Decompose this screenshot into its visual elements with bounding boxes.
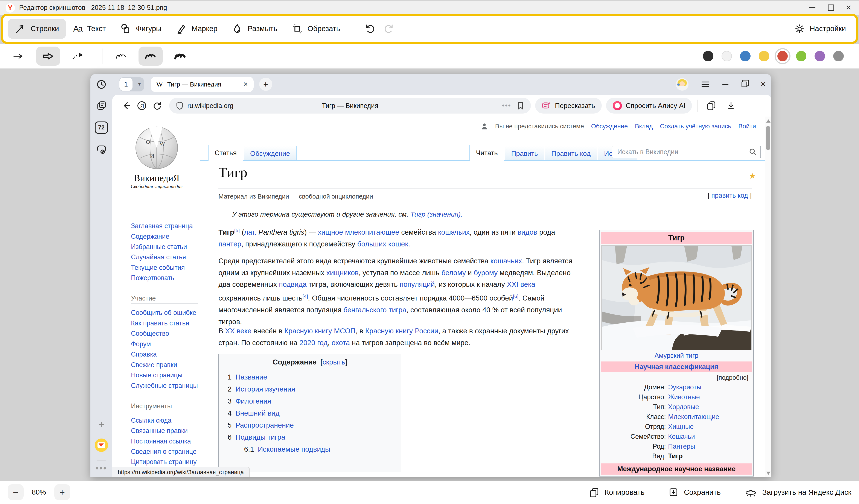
wikipedia-logo[interactable]: Ω W И ВикипедиЯ Свободная энциклопедия <box>112 123 201 189</box>
tabs-panel-icon[interactable] <box>95 99 108 112</box>
color-swatch-black[interactable] <box>703 51 713 61</box>
wiki-link[interactable]: охота <box>332 339 350 347</box>
color-swatch-yellow[interactable] <box>759 51 769 61</box>
tab-counter[interactable]: 1 ▼ <box>119 77 144 91</box>
sidebar-link[interactable]: Сведения о странице <box>131 446 198 457</box>
marker-width-medium[interactable] <box>138 47 163 66</box>
wiki-link[interactable]: кошачьих <box>438 228 470 236</box>
tool-blur[interactable]: Размыть <box>225 19 285 39</box>
sidebar-link[interactable]: Случайная статья <box>131 252 198 262</box>
wiki-link[interactable]: популяций <box>400 280 435 288</box>
browser-minimize-button[interactable] <box>722 84 728 85</box>
toc-link[interactable]: История изучения <box>235 385 295 393</box>
wiki-link[interactable]: [6] <box>513 293 518 299</box>
wiki-search-box[interactable] <box>612 146 761 158</box>
sidebar-link[interactable]: Заглавная страница <box>131 221 198 231</box>
color-swatch-green[interactable] <box>796 51 807 61</box>
sidebar-link[interactable]: Справка <box>131 349 198 359</box>
sidebar-link[interactable]: Содержание <box>131 231 198 242</box>
taxobox-caption-link[interactable]: Амурский тигр <box>601 350 752 362</box>
color-swatch-gray[interactable] <box>833 51 844 61</box>
toc-link[interactable]: Подвиды тигра <box>235 433 285 441</box>
sidebar-link[interactable]: Ссылки сюда <box>131 415 198 425</box>
taxonomy-value-link[interactable]: Хордовые <box>668 402 752 412</box>
sidebar-link[interactable]: Свежие правки <box>131 360 198 370</box>
sidebar-link[interactable]: Новые страницы <box>131 370 198 380</box>
scroll-down-arrow[interactable] <box>766 472 770 475</box>
user-link[interactable]: Создать учётную запись <box>660 123 731 130</box>
sidebar-add-icon[interactable]: + <box>95 418 108 431</box>
sidebar-link[interactable]: Пожертвовать <box>131 273 198 283</box>
sidebar-link[interactable]: Сообщество <box>131 328 198 338</box>
scrollbar-thumb[interactable] <box>766 126 770 150</box>
search-icon[interactable] <box>749 148 757 156</box>
wiki-link[interactable]: [4] <box>303 293 308 299</box>
history-clock-icon[interactable] <box>95 78 108 91</box>
taxonomy-value-link[interactable]: Эукариоты <box>668 382 752 392</box>
sidebar-link[interactable]: Текущие события <box>131 262 198 273</box>
tool-shapes[interactable]: Фигуры <box>113 19 169 39</box>
tool-arrows[interactable]: Стрелки <box>8 19 66 39</box>
featured-star-icon[interactable]: ★ <box>749 171 756 181</box>
sidebar-link[interactable]: Цитировать страницу <box>131 457 198 467</box>
zoom-out-button[interactable]: − <box>8 484 24 500</box>
download-icon[interactable] <box>723 98 739 113</box>
browser-tab-active[interactable]: W Тигр — Википедия ✕ <box>151 77 254 92</box>
screenshot-tool-icon[interactable] <box>95 143 108 156</box>
toc-link[interactable]: Внешний вид <box>235 409 280 417</box>
wiki-link[interactable]: белому <box>441 269 466 277</box>
tab-close-icon[interactable]: ✕ <box>243 81 248 88</box>
browser-close-button[interactable]: ✕ <box>760 80 766 88</box>
toc-hide-link[interactable]: скрыть <box>322 358 345 366</box>
wiki-link[interactable]: хищников <box>327 269 359 277</box>
wiki-link[interactable]: хищное млекопитающее <box>318 228 399 236</box>
wiki-link[interactable]: кошачьих <box>491 257 522 265</box>
upload-to-disk-button[interactable]: Загрузить на Яндекс Диск <box>745 487 851 497</box>
yandex-search-icon[interactable]: Я <box>134 98 149 113</box>
tiger-photo[interactable] <box>601 245 752 350</box>
scroll-up-arrow[interactable] <box>766 119 770 123</box>
window-minimize-button[interactable] <box>804 1 821 14</box>
sidebar-link[interactable]: Форум <box>131 339 198 349</box>
undo-button[interactable] <box>361 19 380 38</box>
arrow-style-dashed[interactable] <box>66 47 90 66</box>
ask-alice-button[interactable]: Спросить Алису AI <box>606 98 692 113</box>
wiki-link[interactable]: подвида <box>279 280 307 288</box>
tool-crop[interactable]: Обрезать <box>285 19 347 39</box>
sidebar-link[interactable]: Служебные страницы <box>131 380 198 391</box>
taxonomy-value-link[interactable]: Кошачьи <box>668 432 752 442</box>
wiki-link[interactable]: 2020 год <box>299 339 328 347</box>
tool-marker[interactable]: Маркер <box>169 19 225 39</box>
tool-text[interactable]: Aa Текст <box>66 19 113 39</box>
wiki-link[interactable]: Красную книгу России <box>365 327 438 335</box>
wiki-link[interactable]: лат. <box>244 228 256 236</box>
wiki-tab-Обсуждение[interactable]: Обсуждение <box>244 146 297 161</box>
page-scrollbar[interactable] <box>765 117 771 477</box>
edit-code-link[interactable]: [ править код ] <box>708 192 752 199</box>
wiki-link[interactable]: XX веке <box>225 327 252 335</box>
toc-link[interactable]: Филогения <box>235 397 271 405</box>
reload-button[interactable] <box>149 98 165 113</box>
address-more-icon[interactable]: ••• <box>502 102 511 110</box>
wiki-link[interactable]: XXI века <box>507 280 535 288</box>
save-button[interactable]: Сохранить <box>668 487 721 497</box>
toc-link[interactable]: Ископаемые подвиды <box>258 445 330 453</box>
toc-link[interactable]: Распространение <box>235 421 294 429</box>
wiki-link[interactable]: видов <box>517 228 537 236</box>
classification-details-link[interactable]: [подробно] <box>601 372 752 382</box>
taxonomy-value-link[interactable]: Хищные <box>668 422 752 432</box>
wiki-tab-Править код[interactable]: Править код <box>545 146 597 161</box>
wiki-link[interactable]: больших кошек <box>357 240 408 248</box>
color-swatch-blue[interactable] <box>740 51 750 61</box>
wiki-search-input[interactable] <box>616 148 749 156</box>
wiki-tab-Читать[interactable]: Читать <box>469 145 504 161</box>
speed-badge-icon[interactable]: 72 <box>95 121 108 134</box>
wiki-link[interactable]: бурому <box>474 269 498 277</box>
wiki-tab-Статья[interactable]: Статья <box>208 145 243 161</box>
color-swatch-purple[interactable] <box>815 51 825 61</box>
wiki-link[interactable]: бенгальского тигра <box>343 306 406 314</box>
bookmark-icon[interactable] <box>517 101 524 110</box>
extensions-icon[interactable] <box>704 98 719 113</box>
alice-avatar[interactable] <box>676 78 689 91</box>
summarize-button[interactable]: Пересказать <box>535 98 602 113</box>
